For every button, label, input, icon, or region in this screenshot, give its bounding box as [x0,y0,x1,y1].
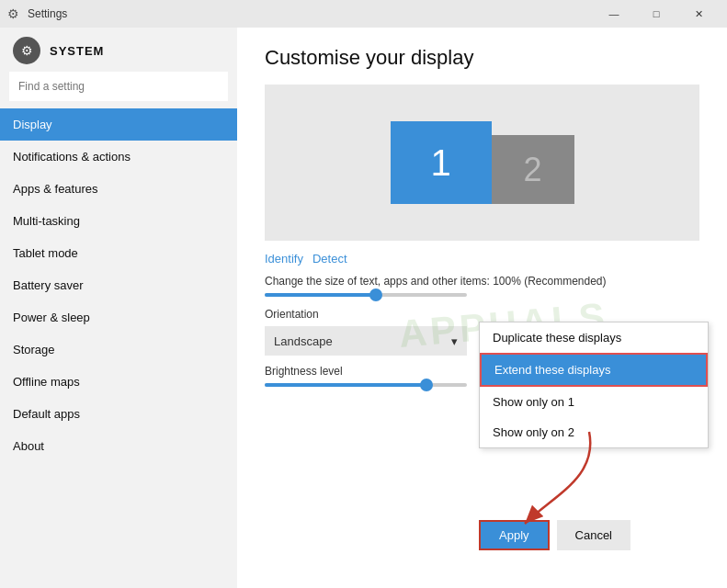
page-title: Customise your display [265,46,699,70]
sidebar-item-tablet[interactable]: Tablet mode [0,237,237,269]
sidebar-item-maps[interactable]: Offline maps [0,366,237,398]
detect-link[interactable]: Detect [312,252,347,266]
orientation-label: Orientation [265,308,699,321]
sidebar-item-about[interactable]: About [0,430,237,462]
scale-slider[interactable] [265,293,467,297]
scale-slider-fill [265,293,376,297]
search-input[interactable] [9,72,228,101]
chevron-down-icon: ▾ [451,334,458,348]
sidebar-item-notifications[interactable]: Notifications & actions [0,141,237,173]
sidebar-item-display[interactable]: Display [0,108,237,141]
sidebar: ⚙ SYSTEM Display Notifications & actions… [0,28,237,588]
apply-button[interactable]: Apply [479,520,550,550]
sidebar-item-multitasking[interactable]: Multi-tasking [0,205,237,237]
orientation-value: Landscape [274,334,333,348]
brightness-slider[interactable] [265,383,467,387]
orientation-dropdown[interactable]: Landscape ▾ [265,326,467,356]
minimize-button[interactable]: — [593,0,635,28]
display-links: Identify Detect [265,252,699,266]
bottom-buttons: Apply Cancel [479,520,630,550]
multiple-displays-dropdown: Duplicate these displays Extend these di… [479,322,709,448]
titlebar-title: Settings [28,7,593,20]
dropdown-item-show1[interactable]: Show only on 1 [480,387,708,417]
monitor-1[interactable]: 1 [391,121,492,204]
dropdown-item-extend[interactable]: Extend these displays [480,353,708,387]
monitor-2[interactable]: 2 [492,135,574,204]
display-preview: 1 2 [265,85,699,241]
scale-slider-thumb[interactable] [369,288,382,301]
sidebar-item-battery[interactable]: Battery saver [0,269,237,301]
titlebar: ⚙ Settings — □ ✕ [0,0,727,28]
dropdown-item-show2[interactable]: Show only on 2 [480,417,708,447]
sidebar-item-apps[interactable]: Apps & features [0,173,237,205]
brightness-slider-fill [265,383,426,387]
sidebar-item-power[interactable]: Power & sleep [0,301,237,334]
system-icon: ⚙ [13,37,40,64]
identify-link[interactable]: Identify [265,252,303,266]
sidebar-item-storage[interactable]: Storage [0,334,237,366]
monitor-box: 1 2 [391,121,574,204]
system-title: SYSTEM [50,44,104,58]
scale-label: Change the size of text, apps and other … [265,275,699,288]
sidebar-header: ⚙ SYSTEM [0,28,237,72]
settings-icon: ⚙ [7,6,22,21]
close-button[interactable]: ✕ [677,0,720,28]
titlebar-controls: — □ ✕ [593,0,720,28]
cancel-button[interactable]: Cancel [557,520,630,550]
brightness-slider-thumb[interactable] [420,379,433,391]
maximize-button[interactable]: □ [635,0,677,28]
sidebar-search-area [0,72,237,108]
sidebar-item-defaultapps[interactable]: Default apps [0,398,237,430]
dropdown-item-duplicate[interactable]: Duplicate these displays [480,322,708,353]
main-content: Customise your display 1 2 Identify Dete… [237,28,727,588]
app-body: ⚙ SYSTEM Display Notifications & actions… [0,28,727,588]
